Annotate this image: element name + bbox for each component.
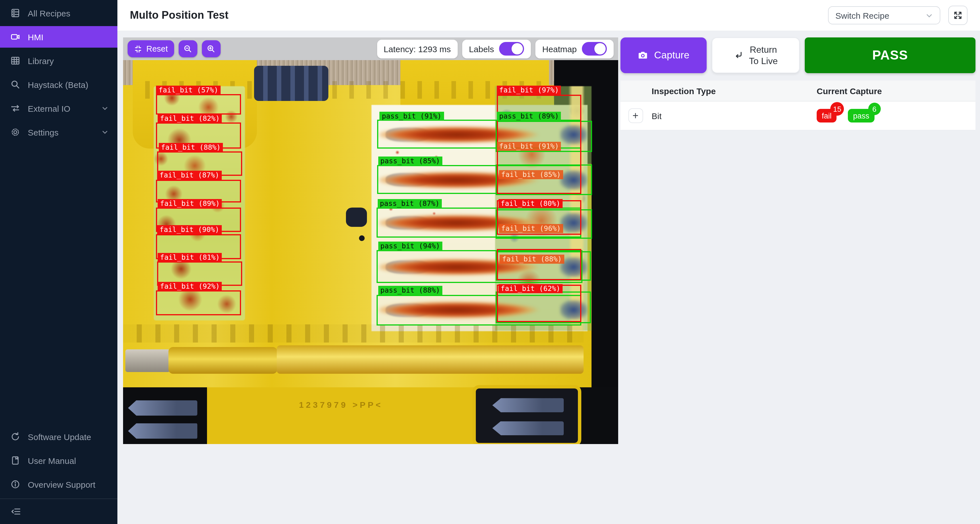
detection-label: fail_bit (57%) [156,86,221,95]
sidebar-item-user-manual[interactable]: User Manual [0,450,118,471]
detection-label: fail_bit (81%) [158,253,222,262]
return-icon [733,51,743,60]
return-to-live-button[interactable]: ReturnTo Live [712,37,800,73]
expand-icon [953,11,963,20]
detection-label: fail_bit (82%) [158,114,222,123]
chevron-down-icon [102,129,108,135]
reset-view-button[interactable]: Reset [127,40,174,57]
zoom-in-icon [207,44,216,53]
detection-label: pass_bit (94%) [378,241,442,250]
sidebar-item-label: External IO [28,104,94,113]
refresh-icon [10,432,21,442]
capture-button[interactable]: Capture [620,37,706,73]
detection-label: fail_bit (88%) [159,143,223,152]
heatmap-toggle[interactable] [582,42,607,56]
detection-label: fail_bit (85%) [499,170,563,180]
detection-label: pass_bit (88%) [378,286,442,295]
sidebar-item-overview-support[interactable]: Overview Support [0,473,118,495]
detection-label: fail_bit (89%) [158,199,222,208]
sidebar-item-label: Overview Support [28,479,95,489]
sidebar-item-software-update[interactable]: Software Update [0,426,118,448]
inspection-type-cell: Bit [651,111,813,121]
sidebar-footer: Software Update User Manual Overview Sup… [0,426,118,524]
right-panel: Capture ReturnTo Live PASS Inspection Ty… [620,37,975,131]
search-icon [10,80,21,89]
labels-toggle[interactable] [499,42,524,56]
camera-viewer: Reset Latency: 1293 ms [123,37,618,444]
zoom-out-icon [183,44,192,53]
capture-label: Capture [654,49,690,61]
detection-label: pass_bit (85%) [378,156,442,166]
sidebar-nav: All Recipes HMI Library [0,0,118,143]
video-camera-icon [10,32,21,42]
detection-label: fail_bit (88%) [500,254,564,263]
zoom-in-button[interactable] [202,40,221,57]
sidebar-item-label: Software Update [28,432,91,441]
gear-icon [10,127,21,137]
pass-status-button[interactable]: PASS [805,37,975,73]
sidebar-item-label: HMI [28,32,43,42]
viewer-toolbar: Reset Latency: 1293 ms [123,37,618,60]
reset-label: Reset [146,44,168,53]
sidebar-item-settings[interactable]: Settings [0,121,118,143]
current-capture-cell: fail 15 pass 6 [813,109,975,123]
sidebar-item-hmi[interactable]: HMI [0,26,118,48]
viewer-toolbar-right: Latency: 1293 ms Labels Heatmap [377,40,614,58]
return-label: ReturnTo Live [749,45,778,66]
reset-fit-icon [134,45,142,53]
recipes-icon [10,8,21,18]
sidebar-item-label: Haystack (Beta) [28,80,88,89]
detection-overlay: fail_bit (57%)fail_bit (82%)fail_bit (88… [123,60,618,444]
fullscreen-button[interactable] [948,6,967,25]
header: Multo Position Test Switch Recipe [118,0,980,31]
detection-label: fail_bit (92%) [158,282,222,291]
detection-box [497,249,581,280]
chevron-down-icon [102,105,108,112]
switch-recipe-label: Switch Recipe [835,11,926,20]
detection-label: fail_bit (90%) [157,225,221,234]
detection-label: fail_bit (80%) [498,199,563,208]
sidebar-item-library[interactable]: Library [0,50,118,72]
sidebar-item-haystack[interactable]: Haystack (Beta) [0,74,118,95]
pass-count-badge: 6 [868,103,881,115]
sidebar: All Recipes HMI Library [0,0,118,524]
sidebar-item-label: All Recipes [28,8,70,18]
sidebar-item-label: Library [28,56,54,65]
results-table: Inspection Type Current Capture + Bit fa… [620,81,975,131]
zoom-out-button[interactable] [179,40,197,57]
sidebar-item-external-io[interactable]: External IO [0,97,118,119]
detection-label: pass_bit (87%) [377,199,442,208]
info-icon [10,479,21,489]
header-actions: Switch Recipe [828,6,967,25]
table-grid-icon [10,56,21,66]
toggle-knob [594,43,606,54]
sidebar-item-label: Settings [28,127,94,137]
labels-toggle-card: Labels [462,40,531,58]
sidebar-item-all-recipes[interactable]: All Recipes [0,2,118,24]
page-title: Multo Position Test [130,9,229,22]
chevron-down-icon [926,12,933,19]
action-buttons: Capture ReturnTo Live PASS [620,37,975,73]
detection-label: fail_bit (96%) [499,224,563,233]
fail-count-badge: 15 [830,102,844,116]
detection-box [156,94,241,115]
toggle-knob [512,43,523,54]
table-row: + Bit fail 15 pass 6 [620,102,975,131]
latency-indicator: Latency: 1293 ms [377,40,458,58]
camera-image[interactable]: 1237979 >PP< fail_bit (57%)fail_bit (82%… [123,60,618,444]
detection-label: pass_bit (89%) [497,112,561,121]
labels-toggle-label: Labels [469,44,494,54]
sidebar-item-label: User Manual [28,456,76,465]
detection-label: fail_bit (91%) [497,142,561,151]
detection-label: fail_bit (87%) [157,171,221,180]
io-arrows-icon [10,103,21,113]
inspection-type-header: Inspection Type [651,86,813,96]
fail-badge-group: fail 15 [817,109,837,123]
detection-label: pass_bit (91%) [379,111,444,121]
detection-label: fail_bit (97%) [497,86,561,95]
detection-label: fail_bit (62%) [498,284,563,293]
sidebar-collapse-button[interactable] [0,499,118,524]
expand-row-button[interactable]: + [628,108,643,123]
pass-badge-group: pass 6 [848,109,875,123]
switch-recipe-dropdown[interactable]: Switch Recipe [828,6,940,24]
